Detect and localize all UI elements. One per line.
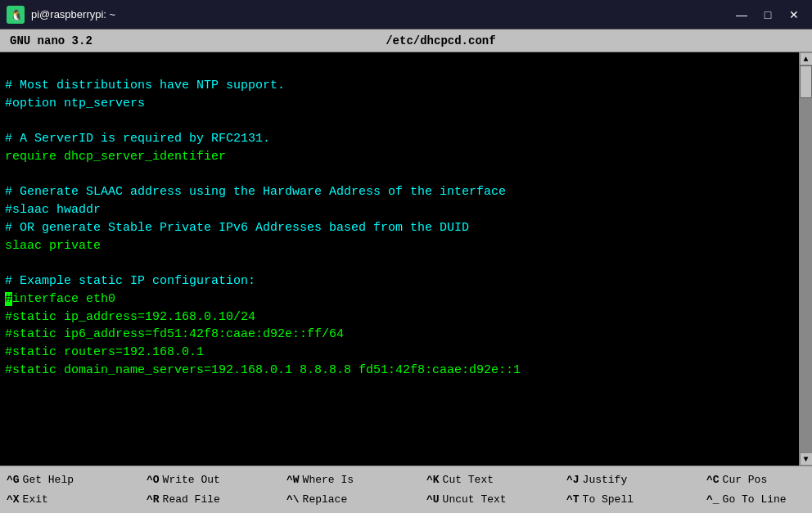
- editor-line: # Generate SLAAC address using the Hardw…: [5, 183, 794, 201]
- shortcut-key: ^J: [566, 474, 580, 486]
- shortcut-label: Cur Pos: [723, 474, 768, 486]
- shortcut-label: Exit: [23, 493, 48, 506]
- shortcut-label: Get Help: [23, 474, 74, 486]
- shortcut-item[interactable]: ^_Go To Line: [706, 493, 812, 506]
- shortcut-key: ^W: [286, 474, 300, 486]
- editor-line: # A ServerID is required by RFC2131.: [5, 130, 794, 148]
- editor-line: #static ip6_address=fd51:42f8:caae:d92e:…: [5, 326, 794, 344]
- shortcut-item[interactable]: ^GGet Help: [7, 474, 133, 486]
- shortcuts-row-2: ^XExit^RRead File^\Replace^UUncut Text^T…: [0, 493, 812, 506]
- editor-line: slaac private: [5, 237, 794, 255]
- shortcut-label: Read File: [163, 493, 220, 506]
- editor-line: # Most distributions have NTP support.: [5, 77, 794, 95]
- shortcut-label: Cut Text: [443, 474, 494, 486]
- shortcut-item[interactable]: ^WWhere Is: [286, 474, 413, 486]
- window-controls: — □ ✕: [730, 6, 805, 24]
- editor-line: [5, 112, 794, 130]
- nano-version: GNU nano 3.2: [10, 34, 92, 47]
- shortcut-item[interactable]: ^JJustify: [566, 474, 693, 486]
- shortcut-key: ^X: [7, 493, 20, 506]
- svg-text:🐧: 🐧: [10, 8, 24, 22]
- editor-line: #static domain_name_servers=192.168.0.1 …: [5, 362, 794, 380]
- shortcut-label: Where Is: [303, 474, 354, 486]
- shortcut-key: ^G: [7, 474, 20, 486]
- shortcut-key: ^C: [706, 474, 720, 486]
- shortcut-label: Uncut Text: [443, 493, 507, 506]
- editor-line: require dhcp_server_identifier: [5, 148, 794, 166]
- shortcut-label: Go To Line: [723, 493, 787, 506]
- shortcut-item[interactable]: ^KCut Text: [426, 474, 553, 486]
- nano-header: GNU nano 3.2 /etc/dhcpcd.conf: [0, 29, 812, 52]
- close-button[interactable]: ✕: [783, 6, 805, 24]
- scroll-down-arrow[interactable]: ▼: [800, 452, 813, 466]
- scrollbar-thumb[interactable]: [800, 65, 812, 98]
- shortcut-item[interactable]: ^TTo Spell: [566, 493, 693, 506]
- editor-line: [5, 254, 794, 272]
- minimize-button[interactable]: —: [730, 6, 753, 24]
- shortcut-label: Justify: [583, 474, 628, 486]
- shortcut-item[interactable]: ^OWrite Out: [147, 474, 273, 486]
- shortcuts-row-1: ^GGet Help^OWrite Out^WWhere Is^KCut Tex…: [0, 474, 812, 486]
- shortcut-key: ^O: [147, 474, 160, 486]
- shortcut-label: To Spell: [583, 493, 634, 506]
- terminal-icon: 🐧: [7, 6, 25, 24]
- scrollbar[interactable]: ▲ ▼: [799, 52, 812, 466]
- shortcut-label: Replace: [303, 493, 348, 506]
- shortcut-key: ^U: [426, 493, 440, 506]
- shortcut-key: ^_: [706, 493, 720, 506]
- title-bar-left: 🐧 pi@raspberrypi: ~: [7, 6, 115, 24]
- shortcut-item[interactable]: ^XExit: [7, 493, 133, 506]
- editor-line: #static ip_address=192.168.0.10/24: [5, 308, 794, 326]
- editor-container: # Most distributions have NTP support.#o…: [0, 52, 812, 466]
- editor-line: #static routers=192.168.0.1: [5, 344, 794, 362]
- shortcut-item[interactable]: ^UUncut Text: [426, 493, 553, 506]
- maximize-button[interactable]: □: [756, 6, 779, 24]
- editor-content[interactable]: # Most distributions have NTP support.#o…: [0, 52, 799, 466]
- title-bar: 🐧 pi@raspberrypi: ~ — □ ✕: [0, 0, 812, 29]
- scroll-up-arrow[interactable]: ▲: [800, 52, 813, 65]
- shortcut-item[interactable]: ^RRead File: [147, 493, 273, 506]
- shortcut-item[interactable]: ^CCur Pos: [706, 474, 812, 486]
- window-title: pi@raspberrypi: ~: [31, 8, 115, 20]
- scrollbar-track[interactable]: [800, 65, 812, 452]
- nano-filename: /etc/dhcpcd.conf: [386, 34, 495, 47]
- editor-line: #slaac hwaddr: [5, 201, 794, 219]
- shortcut-item[interactable]: ^\Replace: [286, 493, 413, 506]
- shortcut-key: ^\: [286, 493, 300, 506]
- editor-line: [5, 166, 794, 184]
- editor-line: [5, 59, 794, 77]
- editor-line: # Example static IP configuration:: [5, 272, 794, 290]
- shortcut-key: ^T: [566, 493, 580, 506]
- shortcut-label: Write Out: [163, 474, 220, 486]
- editor-line: # OR generate Stable Private IPv6 Addres…: [5, 219, 794, 237]
- editor-line: #option ntp_servers: [5, 95, 794, 113]
- shortcut-key: ^R: [147, 493, 160, 506]
- editor-line: #interface eth0: [5, 290, 794, 308]
- shortcuts-bar: ^GGet Help^OWrite Out^WWhere Is^KCut Tex…: [0, 466, 812, 513]
- shortcut-key: ^K: [426, 474, 440, 486]
